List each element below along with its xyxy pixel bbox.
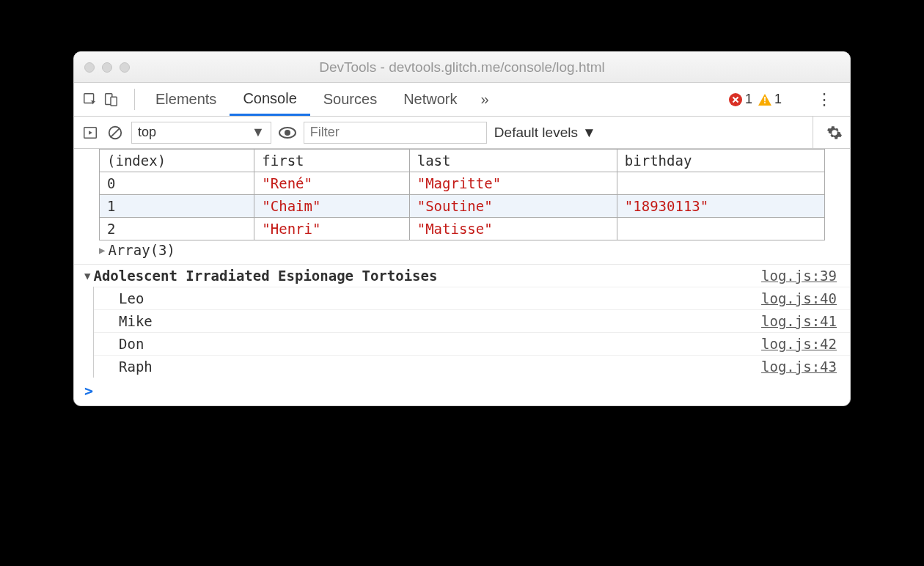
- cell-index: 2: [100, 218, 254, 240]
- clear-console-icon[interactable]: [106, 124, 124, 142]
- source-ref[interactable]: log.js:41: [761, 313, 837, 329]
- inspect-element-icon[interactable]: [81, 91, 99, 109]
- gear-icon: [826, 125, 843, 141]
- tab-elements[interactable]: Elements: [142, 83, 230, 116]
- cell-first: "Henri": [254, 218, 409, 240]
- table-footer[interactable]: ▶ Array(3): [74, 240, 850, 260]
- context-select[interactable]: top ▼: [131, 122, 271, 144]
- source-ref[interactable]: log.js:42: [761, 336, 837, 352]
- main-tabbar: Elements Console Sources Network » 1 1 ⋮: [74, 83, 850, 117]
- log-text: Raph: [119, 359, 153, 375]
- error-icon: [729, 93, 742, 106]
- console-output: (index) first last birthday 0 "René" "Ma…: [74, 149, 850, 405]
- live-expression-icon[interactable]: [279, 124, 296, 142]
- group-title: Adolescent Irradiated Espionage Tortoise…: [93, 268, 437, 284]
- log-levels-select[interactable]: Default levels ▼: [494, 125, 596, 141]
- col-last[interactable]: last: [409, 150, 617, 172]
- error-count-value: 1: [745, 92, 752, 107]
- svg-rect-2: [111, 97, 117, 106]
- log-row[interactable]: Raph log.js:43: [94, 355, 850, 378]
- table-row[interactable]: 1 "Chaim" "Soutine" "18930113": [100, 195, 825, 218]
- col-birthday[interactable]: birthday: [617, 150, 824, 172]
- log-text: Don: [119, 336, 144, 352]
- close-window-icon[interactable]: [84, 62, 95, 73]
- console-settings[interactable]: [813, 117, 843, 148]
- cell-first: "René": [254, 172, 409, 195]
- devtools-window: DevTools - devtools.glitch.me/console/lo…: [73, 51, 851, 406]
- log-row[interactable]: Mike log.js:41: [94, 309, 850, 332]
- chevron-down-icon: ▼: [582, 125, 596, 141]
- tabs: Elements Console Sources Network: [142, 83, 471, 116]
- expand-icon: ▶: [99, 244, 105, 256]
- log-row[interactable]: Leo log.js:40: [94, 287, 850, 309]
- filter-input[interactable]: [304, 122, 487, 144]
- cell-last: "Soutine": [409, 195, 617, 218]
- tab-sources[interactable]: Sources: [310, 83, 390, 116]
- context-value: top: [138, 125, 156, 140]
- divider: [134, 89, 135, 110]
- minimize-window-icon[interactable]: [102, 62, 112, 73]
- warning-count-value: 1: [774, 92, 782, 107]
- console-prompt[interactable]: >: [74, 378, 850, 400]
- log-row[interactable]: Don log.js:42: [94, 332, 850, 355]
- cell-index: 1: [100, 195, 254, 218]
- console-toolbar: top ▼ Default levels ▼: [74, 117, 850, 149]
- more-tabs-button[interactable]: »: [471, 83, 499, 116]
- tab-network[interactable]: Network: [390, 83, 470, 116]
- warning-icon: [758, 94, 771, 106]
- col-first[interactable]: first: [254, 150, 409, 172]
- log-text: Leo: [119, 290, 144, 306]
- cell-birthday: [617, 172, 824, 195]
- cell-last: "Magritte": [409, 172, 617, 195]
- console-group: ▼ Adolescent Irradiated Espionage Tortoi…: [74, 264, 850, 378]
- device-toolbar-icon[interactable]: [102, 91, 120, 109]
- log-text: Mike: [119, 313, 153, 329]
- source-ref[interactable]: log.js:39: [761, 268, 837, 284]
- error-count[interactable]: 1: [729, 92, 752, 107]
- zoom-window-icon[interactable]: [120, 62, 130, 73]
- warning-count[interactable]: 1: [758, 92, 782, 107]
- window-title: DevTools - devtools.glitch.me/console/lo…: [74, 59, 850, 76]
- source-ref[interactable]: log.js:40: [761, 290, 837, 306]
- source-ref[interactable]: log.js:43: [761, 359, 837, 375]
- group-body: Leo log.js:40 Mike log.js:41 Don log.js:…: [93, 287, 850, 378]
- cell-first: "Chaim": [254, 195, 409, 218]
- toggle-sidebar-icon[interactable]: [81, 124, 99, 142]
- cell-last: "Matisse": [409, 218, 617, 240]
- group-header[interactable]: ▼ Adolescent Irradiated Espionage Tortoi…: [74, 265, 850, 287]
- kebab-menu-icon[interactable]: ⋮: [809, 90, 840, 109]
- svg-point-7: [285, 130, 290, 136]
- array-summary: Array(3): [108, 242, 175, 258]
- cell-birthday: "18930113": [617, 195, 824, 218]
- collapse-icon: ▼: [84, 270, 90, 282]
- cell-birthday: [617, 218, 824, 240]
- col-index[interactable]: (index): [100, 150, 254, 172]
- svg-line-5: [111, 128, 120, 137]
- titlebar: DevTools - devtools.glitch.me/console/lo…: [74, 52, 850, 83]
- traffic-lights: [84, 62, 130, 73]
- cell-index: 0: [100, 172, 254, 195]
- levels-label: Default levels: [494, 125, 578, 141]
- tab-console[interactable]: Console: [230, 83, 309, 116]
- table-row[interactable]: 0 "René" "Magritte": [100, 172, 825, 195]
- chevron-down-icon: ▼: [252, 125, 265, 140]
- console-table: (index) first last birthday 0 "René" "Ma…: [99, 149, 825, 240]
- table-row[interactable]: 2 "Henri" "Matisse": [100, 218, 825, 240]
